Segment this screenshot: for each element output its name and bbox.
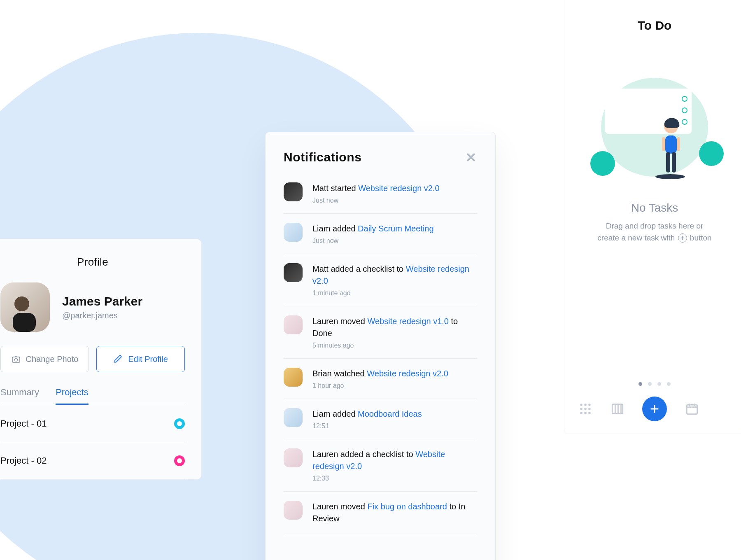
empty-title: No Tasks (631, 201, 678, 215)
svg-point-13 (584, 404, 587, 406)
dot-4[interactable] (667, 382, 671, 386)
status-donut-icon (174, 418, 185, 429)
close-icon[interactable] (465, 151, 477, 163)
notification-text: Liam added Moodboard Ideas (312, 408, 477, 420)
todo-card: To Do No Tasks Drag and drop t (564, 0, 741, 434)
notification-link[interactable]: Website redesign v2.0 (367, 369, 448, 378)
project-row[interactable]: Project - 02 (0, 442, 185, 479)
notification-item[interactable]: Matt added a checklist to Website redesi… (284, 254, 477, 306)
notification-link[interactable]: Fix bug on dashboard (367, 502, 447, 511)
notification-item[interactable]: Brian watched Website redesign v2.01 hou… (284, 359, 477, 399)
avatar-image (0, 282, 50, 332)
project-row[interactable]: Project - 01 (0, 405, 185, 442)
svg-point-4 (14, 358, 17, 361)
notification-time: Just now (312, 237, 477, 245)
todo-title: To Do (638, 19, 672, 33)
profile-handle: @parker.james (62, 311, 142, 320)
notification-time: Just now (312, 197, 477, 204)
notification-text: Matt added a checklist to Website redesi… (312, 263, 477, 287)
notifications-header: Notifications (284, 150, 477, 164)
change-photo-label: Change Photo (26, 355, 79, 364)
notification-time: 12:51 (312, 422, 477, 430)
notification-text: Brian watched Website redesign v2.0 (312, 368, 477, 380)
notification-link[interactable]: Daily Scrum Meeting (358, 224, 434, 233)
svg-point-19 (584, 412, 587, 414)
profile-name: James Parker (62, 294, 142, 308)
notification-link[interactable]: Moodboard Ideas (358, 409, 422, 418)
notification-item[interactable]: Matt started Website redesign v2.0Just n… (284, 178, 477, 214)
dot-1[interactable] (638, 382, 642, 386)
page-dots[interactable] (638, 382, 671, 386)
avatar (284, 408, 303, 427)
pencil-icon (113, 354, 123, 364)
notification-item[interactable]: Lauren moved Fix bug on dashboard to In … (284, 492, 477, 534)
notification-link[interactable]: Website redesign v2.0 (358, 184, 440, 193)
project-label: Project - 01 (0, 418, 47, 429)
avatar (284, 501, 303, 520)
svg-point-20 (588, 412, 591, 414)
svg-point-5 (655, 174, 685, 179)
avatar (284, 263, 303, 282)
svg-rect-10 (662, 137, 665, 151)
person-illustration (655, 111, 692, 181)
avatar[interactable] (0, 282, 50, 332)
add-task-button[interactable] (642, 397, 667, 421)
avatar (284, 315, 303, 334)
notification-text: Matt started Website redesign v2.0 (312, 182, 477, 194)
project-list: Project - 01Project - 02 (0, 405, 185, 479)
notification-time: 5 minutes ago (312, 342, 477, 349)
plus-icon (649, 403, 660, 415)
notifications-card: Notifications Matt started Website redes… (265, 132, 496, 560)
profile-tabs: Summary Projects (0, 387, 185, 405)
notification-link[interactable]: Website redesign v1.0 (367, 317, 449, 326)
columns-icon[interactable] (611, 402, 624, 416)
notification-time: 1 hour ago (312, 382, 477, 390)
change-photo-button[interactable]: Change Photo (0, 346, 89, 372)
svg-rect-3 (12, 357, 20, 362)
avatar (284, 448, 303, 467)
notification-item[interactable]: Liam added Moodboard Ideas12:51 (284, 399, 477, 439)
avatar (284, 182, 303, 201)
notification-time: 1 minute ago (312, 289, 477, 297)
edit-profile-button[interactable]: Edit Profile (96, 346, 185, 372)
notification-time: 12:33 (312, 475, 477, 482)
notification-item[interactable]: Liam added Daily Scrum MeetingJust now (284, 214, 477, 254)
project-label: Project - 02 (0, 455, 47, 466)
svg-point-17 (588, 408, 591, 410)
svg-point-16 (584, 408, 587, 410)
profile-buttons: Change Photo Edit Profile (0, 346, 185, 372)
svg-rect-8 (666, 152, 670, 173)
notifications-list: Matt started Website redesign v2.0Just n… (284, 178, 477, 534)
svg-point-15 (580, 408, 583, 410)
dot-3[interactable] (657, 382, 661, 386)
notification-item[interactable]: Lauren moved Website redesign v1.0 to Do… (284, 306, 477, 359)
notification-item[interactable]: Lauren added a checklist to Website rede… (284, 439, 477, 492)
svg-rect-11 (677, 137, 680, 151)
dot-2[interactable] (648, 382, 652, 386)
notification-text: Lauren added a checklist to Website rede… (312, 448, 477, 472)
status-donut-icon (174, 455, 185, 466)
notifications-title: Notifications (284, 150, 361, 164)
profile-card: Profile James Parker @parker.james Chang… (0, 239, 202, 480)
grid-icon[interactable] (578, 402, 592, 416)
svg-point-18 (580, 412, 583, 414)
svg-rect-22 (687, 405, 697, 414)
calendar-icon[interactable] (685, 402, 699, 416)
empty-illustration (589, 70, 720, 185)
tab-summary[interactable]: Summary (0, 387, 39, 405)
avatar (284, 223, 303, 242)
svg-point-1 (14, 296, 29, 311)
svg-point-14 (588, 404, 591, 406)
svg-rect-2 (13, 313, 36, 332)
profile-user-row: James Parker @parker.james (0, 282, 185, 332)
plus-inline-icon: + (678, 233, 687, 243)
svg-rect-6 (665, 135, 677, 154)
notification-text: Liam added Daily Scrum Meeting (312, 223, 477, 235)
svg-rect-9 (672, 152, 676, 173)
notification-text: Lauren moved Fix bug on dashboard to In … (312, 501, 477, 525)
notification-text: Lauren moved Website redesign v1.0 to Do… (312, 315, 477, 339)
profile-title: Profile (0, 256, 185, 268)
avatar (284, 368, 303, 387)
edit-profile-label: Edit Profile (128, 355, 168, 364)
tab-projects[interactable]: Projects (56, 387, 88, 405)
